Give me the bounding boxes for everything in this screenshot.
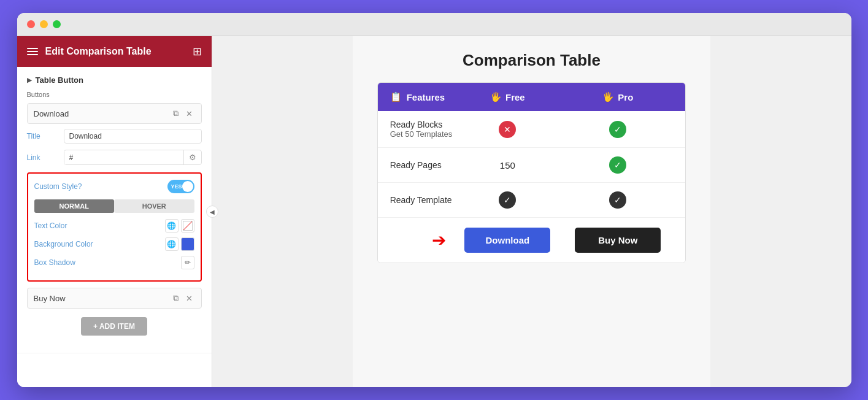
text-color-globe[interactable]: 🌐	[165, 219, 179, 233]
buynow-item-label: Buy Now	[34, 294, 171, 303]
grid-icon[interactable]: ⊞	[193, 45, 202, 58]
row1-free-cell: ✕	[452, 121, 563, 138]
main-content: Comparison Table 📋 Features 🖐 Free	[353, 36, 711, 387]
app-body: Edit Comparison Table ⊞ ▶ Table Button B…	[17, 36, 851, 387]
box-shadow-pencil[interactable]: ✏	[181, 256, 194, 269]
table-row: Ready Template ✓ ✓	[378, 183, 686, 218]
toggle-yes-label: YES	[171, 183, 182, 190]
row2-free-cell: 150	[452, 160, 563, 171]
row3-feature-name: Ready Template	[390, 195, 453, 205]
table-row: Ready Blocks Get 50 Templates ✕ ✓	[378, 111, 686, 148]
pro-icon: 🖐	[602, 91, 614, 102]
link-input[interactable]	[64, 151, 183, 164]
download-item-actions: ⧉ ✕	[171, 107, 195, 120]
text-color-row: Text Color 🌐	[34, 219, 194, 233]
buynow-button-item: Buy Now ⧉ ✕	[27, 288, 202, 309]
free-label: Free	[505, 92, 525, 102]
main-wrapper: ◀ Comparison Table 📋 Features 🖐 Free	[212, 36, 851, 387]
bg-color-label: Background Color	[34, 240, 93, 248]
row2-free-value: 150	[500, 160, 515, 171]
row3-free-cell: ✓	[452, 191, 563, 209]
menu-icon[interactable]	[27, 48, 38, 55]
maximize-button[interactable]	[53, 20, 61, 28]
bg-color-controls: 🌐	[165, 237, 194, 251]
red-arrow-icon: ➔	[432, 230, 446, 250]
custom-style-panel: Custom Style? YES NORMAL HOVER	[27, 172, 202, 282]
row2-pro-cell: ✓	[563, 156, 673, 174]
link-input-wrap: ⚙	[64, 150, 202, 165]
title-bar	[17, 13, 851, 36]
buynow-action-button[interactable]: Buy Now	[575, 228, 661, 253]
link-label: Link	[27, 153, 64, 162]
buynow-duplicate-button[interactable]: ⧉	[171, 292, 181, 304]
bg-color-row: Background Color 🌐	[34, 237, 194, 251]
features-icon: 📋	[390, 91, 402, 102]
features-header: 📋 Features	[390, 91, 453, 102]
check-dark-icon: ✓	[609, 191, 626, 209]
title-field-row: Title	[27, 129, 202, 144]
check-green-icon: ✓	[609, 156, 626, 174]
page-title: Comparison Table	[463, 51, 601, 70]
table-row: Ready Pages 150 ✓	[378, 148, 686, 183]
tab-hover[interactable]: HOVER	[114, 199, 194, 213]
check-dark-icon: ✓	[499, 191, 516, 209]
buynow-item-actions: ⧉ ✕	[171, 292, 195, 304]
download-button-item: Download ⧉ ✕	[27, 103, 202, 124]
arrow-area: ➔	[390, 230, 453, 250]
buttons-row: ➔ Download Buy Now	[378, 218, 686, 263]
comparison-table: 📋 Features 🖐 Free 🖐 Pro	[377, 82, 686, 263]
box-shadow-controls: ✏	[181, 256, 194, 269]
row1-pro-cell: ✓	[563, 121, 673, 138]
cross-red-icon: ✕	[499, 121, 516, 138]
text-color-label: Text Color	[34, 221, 67, 230]
row1-feature-sub: Get 50 Templates	[390, 129, 453, 139]
normal-hover-tabs: NORMAL HOVER	[34, 199, 194, 213]
duplicate-button[interactable]: ⧉	[171, 107, 181, 120]
chevron-icon[interactable]: ▶	[27, 77, 32, 83]
toggle-knob	[182, 181, 193, 192]
row3-pro-cell: ✓	[563, 191, 673, 209]
download-btn-cell: Download	[452, 228, 563, 253]
box-shadow-row: Box Shadow ✏	[34, 256, 194, 269]
tab-normal[interactable]: NORMAL	[34, 199, 115, 213]
table-header: 📋 Features 🖐 Free 🖐 Pro	[378, 83, 686, 111]
check-green-icon: ✓	[609, 121, 626, 138]
app-window: Edit Comparison Table ⊞ ▶ Table Button B…	[17, 13, 851, 387]
sidebar-title: Edit Comparison Table	[45, 46, 152, 57]
row1-feature-name: Ready Blocks	[390, 120, 453, 129]
delete-button[interactable]: ✕	[183, 107, 195, 120]
custom-style-toggle-row: Custom Style? YES	[34, 180, 194, 193]
sidebar: Edit Comparison Table ⊞ ▶ Table Button B…	[17, 36, 212, 387]
section-title: Table Button	[36, 75, 83, 85]
close-button[interactable]	[27, 20, 35, 28]
toggle-track[interactable]: YES	[167, 180, 194, 193]
pro-header: 🖐 Pro	[563, 91, 673, 102]
bg-color-swatch[interactable]	[181, 237, 194, 251]
buynow-btn-cell: Buy Now	[563, 228, 673, 253]
free-header: 🖐 Free	[452, 91, 563, 102]
custom-style-label: Custom Style?	[34, 182, 82, 191]
panel-toggle-arrow[interactable]: ◀	[206, 206, 218, 218]
bg-color-globe[interactable]: 🌐	[165, 237, 179, 251]
features-label: Features	[407, 92, 445, 102]
buttons-label: Buttons	[27, 91, 202, 98]
free-icon: 🖐	[490, 91, 502, 102]
box-shadow-label: Box Shadow	[34, 258, 75, 267]
custom-style-toggle[interactable]: YES	[167, 180, 194, 193]
link-field-row: Link ⚙	[27, 150, 202, 165]
download-action-button[interactable]: Download	[464, 228, 550, 253]
minimize-button[interactable]	[40, 20, 48, 28]
gear-icon[interactable]: ⚙	[183, 150, 201, 164]
row2-feature-name: Ready Pages	[390, 160, 453, 170]
add-item-button[interactable]: + ADD ITEM	[81, 317, 147, 336]
title-label: Title	[27, 132, 64, 140]
text-color-slash[interactable]	[181, 219, 194, 233]
section-header: ▶ Table Button	[27, 75, 202, 85]
pro-label: Pro	[618, 92, 633, 102]
row1-feature: Ready Blocks Get 50 Templates	[390, 120, 453, 139]
title-input[interactable]	[64, 129, 202, 144]
sidebar-header-left: Edit Comparison Table	[27, 46, 152, 57]
download-item-label: Download	[34, 109, 171, 118]
table-button-section: ▶ Table Button Buttons Download ⧉ ✕ Titl…	[17, 67, 212, 353]
buynow-delete-button[interactable]: ✕	[183, 292, 195, 304]
